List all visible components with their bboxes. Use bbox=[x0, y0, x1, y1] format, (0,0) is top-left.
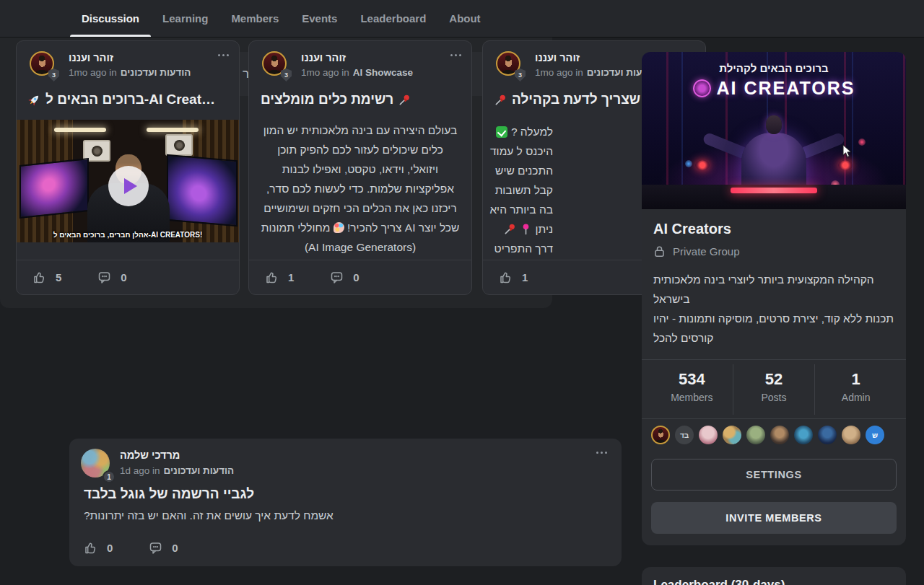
member-avatar[interactable] bbox=[723, 426, 741, 444]
like-button[interactable]: 1 bbox=[499, 270, 528, 284]
member-avatars: בד ש bbox=[651, 426, 884, 444]
thumbs-up-icon bbox=[32, 270, 46, 284]
community-description: הקהילה המקצועית ביותר ליוצרי בינה מלאכות… bbox=[653, 270, 896, 348]
like-button[interactable]: 0 bbox=[84, 541, 113, 555]
comment-button[interactable]: 0 bbox=[330, 270, 359, 284]
thumbs-up-icon bbox=[84, 541, 97, 555]
member-avatar[interactable]: ש bbox=[866, 426, 884, 444]
description-line: תכנות ללא קוד, יצירת סרטים, מוסיקה ותמונ… bbox=[653, 309, 896, 348]
post-category-link[interactable]: הודעות ועדכונים bbox=[121, 67, 191, 78]
featured-section: Featured i 3 זוהר ועננו 1mo ago in הודעו… bbox=[0, 0, 552, 308]
pushpin-icon bbox=[398, 94, 411, 106]
post-title: לגביי הרשמה של גוגל בלבד bbox=[84, 486, 254, 502]
top-nav: Discussion Learning Members Events Leade… bbox=[0, 0, 924, 37]
member-avatar[interactable] bbox=[818, 426, 837, 444]
privacy-label: Private Group bbox=[673, 245, 740, 258]
like-button[interactable]: 5 bbox=[32, 270, 61, 284]
play-button[interactable] bbox=[108, 166, 149, 206]
post-title: רשימת כלים מומלצים bbox=[261, 92, 461, 107]
community-name: AI Creators bbox=[653, 221, 731, 237]
post-body-text: היכנס ל עמוד bbox=[490, 145, 552, 158]
tab-about[interactable]: About bbox=[437, 0, 492, 37]
video-thumbnail[interactable]: אהלן חברים, ברוכים הבאים ל-AI CREATORS! bbox=[17, 120, 239, 242]
post-body: אשמח לדעת איך עושים את זה. והאם יש בזה י… bbox=[84, 509, 607, 522]
member-avatar[interactable] bbox=[651, 426, 670, 444]
post-menu-icon[interactable] bbox=[596, 452, 607, 454]
featured-card-tools[interactable]: 3 זוהר ועננו 1mo ago in AI Showcase רשימ… bbox=[248, 40, 472, 295]
post-time: 1mo ago in bbox=[301, 67, 349, 78]
stat-value: 52 bbox=[733, 370, 815, 389]
post-body: ? למעלה היכנס ל עמוד התכנים שיש קבל תשוב… bbox=[494, 122, 552, 258]
comment-button[interactable]: 0 bbox=[97, 270, 126, 284]
member-avatar[interactable] bbox=[699, 426, 718, 444]
like-count: 1 bbox=[288, 271, 294, 283]
post-title-text: כל מה שצריך לדעת בקהילה bbox=[512, 92, 552, 107]
member-avatar[interactable] bbox=[770, 426, 789, 444]
like-count: 1 bbox=[522, 271, 528, 283]
member-avatar[interactable] bbox=[842, 426, 860, 444]
level-badge: 3 bbox=[281, 69, 292, 82]
post-title: כל מה שצריך לדעת בקהילה bbox=[494, 92, 552, 107]
stat-value: 534 bbox=[651, 370, 733, 389]
member-avatar[interactable] bbox=[746, 426, 765, 444]
post-category-link[interactable]: הודעות ועדכונים bbox=[164, 465, 235, 476]
post-body-text: ניתן bbox=[536, 223, 552, 236]
tab-discussion[interactable]: Discussion bbox=[70, 0, 151, 37]
tab-events[interactable]: Events bbox=[290, 0, 349, 37]
description-line: הקהילה המקצועית ביותר ליוצרי בינה מלאכות… bbox=[653, 270, 896, 309]
thumb-speaker bbox=[165, 134, 193, 156]
post-meta: 1mo ago in הודעות ועדכונים bbox=[69, 67, 191, 78]
post-time: 1d ago in bbox=[120, 465, 160, 476]
post-title-text: ברוכים הבאים ל-AI Creat… bbox=[45, 92, 215, 107]
feed-post[interactable]: 1 מרדכי שלמה 1d ago in הודעות ועדכונים ל… bbox=[69, 439, 622, 566]
thumb-light bbox=[147, 128, 199, 132]
pushpin-icon bbox=[504, 223, 516, 235]
post-body-text: התכנים שיש bbox=[495, 164, 552, 177]
post-meta: 1d ago in הודעות ועדכונים bbox=[120, 465, 234, 476]
comment-count: 0 bbox=[172, 542, 178, 554]
thumb-monitor bbox=[19, 158, 89, 219]
level-badge: 3 bbox=[48, 69, 59, 82]
post-body: בעולם היצירה עם בינה מלאכותית יש המון כל… bbox=[261, 120, 460, 257]
member-avatar[interactable]: בד bbox=[675, 426, 694, 444]
cover-figure bbox=[741, 133, 806, 189]
round-pin-icon bbox=[520, 223, 532, 235]
thumb-monitor bbox=[167, 154, 237, 227]
featured-card-welcome[interactable]: 3 זוהר ועננו 1mo ago in הודעות ועדכונים … bbox=[16, 40, 240, 295]
post-menu-icon[interactable] bbox=[450, 54, 461, 56]
palette-icon bbox=[334, 222, 344, 233]
lock-icon bbox=[653, 245, 666, 258]
post-menu-icon[interactable] bbox=[218, 54, 229, 56]
author-name[interactable]: זוהר ועננו bbox=[301, 52, 346, 63]
author-name[interactable]: זוהר ועננו bbox=[69, 52, 113, 63]
cover-welcome-text: ברוכים הבאים לקהילת bbox=[642, 62, 906, 74]
like-button[interactable]: 1 bbox=[265, 270, 294, 284]
featured-card-guide[interactable]: 3 זוהר ועננו 1mo ago in הודעות ועדכונים … bbox=[482, 40, 552, 295]
nav-tabs: Discussion Learning Members Events Leade… bbox=[70, 0, 492, 37]
brain-icon bbox=[693, 79, 711, 97]
post-body-text: ? למעלה bbox=[511, 126, 552, 138]
post-body-text: קבל תשובות bbox=[495, 184, 552, 197]
tab-leaderboard[interactable]: Leaderboard bbox=[349, 0, 437, 37]
tab-learning[interactable]: Learning bbox=[151, 0, 219, 37]
author-name[interactable]: מרדכי שלמה bbox=[120, 449, 180, 461]
comment-icon bbox=[330, 270, 344, 284]
tab-members[interactable]: Members bbox=[219, 0, 290, 37]
author-name[interactable]: זוהר ועננו bbox=[535, 52, 552, 63]
post-meta: 1mo ago in הודעות ועדכונים bbox=[535, 67, 552, 78]
pushpin-icon bbox=[494, 94, 507, 106]
thumbs-up-icon bbox=[499, 270, 513, 284]
comment-count: 0 bbox=[121, 271, 126, 283]
comment-icon bbox=[149, 541, 162, 555]
thumbs-up-icon bbox=[265, 270, 279, 284]
cover-community-name: AI CREATORS bbox=[717, 78, 855, 99]
invite-members-button[interactable]: INVITE MEMBERS bbox=[651, 502, 897, 534]
settings-button[interactable]: SETTINGS bbox=[651, 459, 897, 491]
stat-admin: 1 Admin bbox=[814, 364, 897, 415]
post-category-link[interactable]: AI Showcase bbox=[353, 67, 413, 78]
like-count: 0 bbox=[107, 542, 113, 554]
member-avatar[interactable] bbox=[794, 426, 813, 444]
check-icon bbox=[496, 126, 507, 138]
comment-button[interactable]: 0 bbox=[149, 541, 178, 555]
community-card: ברוכים הבאים לקהילת AI CREATORS AI Creat… bbox=[642, 52, 906, 545]
